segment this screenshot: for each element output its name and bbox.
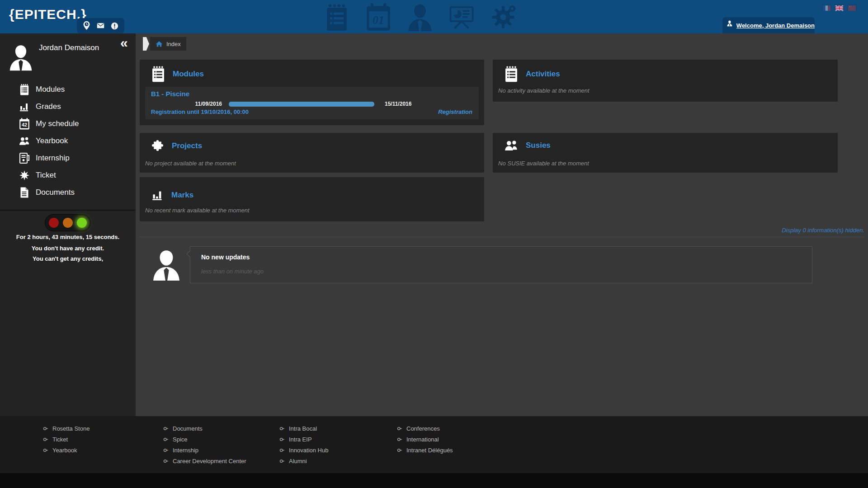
sidebar-item-ticket[interactable]: Ticket — [0, 167, 136, 184]
footer-column-4: Conferences International Intranet Délég… — [397, 423, 453, 455]
module-item: B1 - Piscine 11/09/2016 15/11/2016 Regis… — [145, 87, 479, 119]
footer-link-intra-bocal[interactable]: Intra Bocal — [279, 423, 328, 434]
sidebar-item-label: Documents — [36, 188, 75, 197]
footer: Rosetta Stone Ticket Yearbook Documents … — [0, 416, 868, 473]
bottom-strip — [0, 473, 868, 488]
projects-card: Projects No project available at the mom… — [140, 133, 484, 173]
notepad-icon — [19, 84, 30, 95]
footer-link-documents[interactable]: Documents — [163, 423, 246, 434]
language-flags — [823, 5, 856, 10]
marks-empty-text: No recent mark available at the moment — [145, 207, 250, 214]
registration-deadline: Registration until 19/10/2016, 00:00 — [151, 108, 249, 115]
netsoul-traffic-light — [45, 214, 91, 231]
french-flag-icon[interactable] — [823, 5, 830, 10]
modules-card: Modules B1 - Piscine 11/09/2016 15/11/20… — [140, 60, 484, 125]
marks-card-title[interactable]: Marks — [171, 191, 193, 200]
epitech-logo[interactable]: {EPITECH.} — [9, 7, 87, 22]
footer-link-label: Intranet Délégués — [406, 447, 453, 454]
footer-link-international[interactable]: International — [397, 434, 453, 445]
footer-link-label: International — [406, 436, 439, 443]
footer-link-innovation-hub[interactable]: Innovation Hub — [279, 445, 328, 455]
footer-link-label: Intra EIP — [289, 436, 312, 443]
link-bullet-icon — [163, 448, 169, 452]
footer-column-3: Intra Bocal Intra EIP Innovation Hub Alu… — [279, 423, 328, 466]
red-light — [49, 218, 59, 228]
sidebar-item-documents[interactable]: Documents — [0, 184, 136, 201]
nav-modules-icon[interactable] — [324, 3, 350, 31]
footer-link-label: Ticket — [52, 436, 68, 443]
nav-schedule-icon[interactable]: 01 — [365, 3, 392, 31]
projects-card-title[interactable]: Projects — [172, 141, 202, 150]
module-end-date: 15/11/2016 — [385, 101, 411, 107]
sidebar-item-modules[interactable]: Modules — [0, 81, 136, 98]
footer-link-label: Internship — [173, 447, 198, 454]
alert-icon[interactable] — [111, 21, 118, 30]
breadcrumb-home[interactable]: Index — [150, 37, 186, 51]
footer-link-career-development-center[interactable]: Career Development Center — [163, 455, 246, 466]
green-light — [77, 218, 87, 228]
feed-timestamp: less than on minute ago — [201, 268, 264, 275]
registration-link[interactable]: Registration — [438, 108, 472, 115]
link-bullet-icon — [397, 437, 403, 441]
footer-link-intranet-delegues[interactable]: Intranet Délégués — [397, 445, 453, 455]
modules-card-title[interactable]: Modules — [173, 70, 204, 79]
people-icon — [505, 140, 518, 151]
link-bullet-icon — [279, 437, 285, 441]
people-icon — [19, 135, 30, 147]
svg-text:42: 42 — [22, 122, 27, 127]
nav-presentation-icon[interactable] — [448, 3, 475, 31]
projects-empty-text: No project available at the moment — [145, 160, 236, 167]
feed-avatar — [152, 247, 180, 282]
chinese-flag-icon[interactable] — [848, 5, 856, 10]
activities-empty-text: No activity available at the moment — [498, 87, 590, 94]
link-bullet-icon — [43, 448, 49, 452]
sidebar-collapse-button[interactable]: « — [120, 35, 128, 51]
susies-card-title[interactable]: Susies — [526, 141, 551, 150]
link-bullet-icon — [163, 459, 169, 463]
english-flag-icon[interactable] — [835, 5, 843, 10]
footer-link-label: Spice — [173, 436, 188, 443]
epitech-intranet-page: {EPITECH.} 01 — [0, 0, 868, 488]
module-progress-elapsed — [229, 102, 273, 107]
footer-link-label: Yearbook — [52, 447, 77, 454]
susies-card: Susies No SUSIE available at the moment — [493, 133, 838, 173]
feed-title: No new updates — [201, 253, 250, 261]
activities-card: Activities No activity available at the … — [493, 60, 838, 102]
location-clock-pin-icon[interactable] — [83, 21, 90, 30]
sidebar-item-internship[interactable]: Internship — [0, 150, 136, 167]
mail-icon[interactable] — [97, 21, 104, 30]
topbar-nav: 01 — [324, 3, 516, 31]
credit-text-2: You can't get any credits, — [0, 255, 136, 262]
link-bullet-icon — [163, 437, 169, 441]
footer-link-rosetta-stone[interactable]: Rosetta Stone — [43, 423, 90, 434]
breadcrumb[interactable]: Index — [143, 37, 186, 51]
sidebar-item-grades[interactable]: Grades — [0, 98, 136, 115]
nav-profile-icon[interactable] — [407, 3, 433, 31]
footer-link-conferences[interactable]: Conferences — [397, 423, 453, 434]
footer-link-intra-eip[interactable]: Intra EIP — [279, 434, 328, 445]
footer-link-spice[interactable]: Spice — [163, 434, 246, 445]
footer-link-internship[interactable]: Internship — [163, 445, 246, 455]
footer-link-label: Innovation Hub — [289, 447, 328, 454]
sidebar-item-yearbook[interactable]: Yearbook — [0, 132, 136, 150]
activities-card-title[interactable]: Activities — [526, 70, 560, 79]
welcome-user-badge[interactable]: Welcome, Jordan Demaison — [722, 17, 815, 33]
module-name-link[interactable]: B1 - Piscine — [151, 90, 189, 98]
breadcrumb-tab — [143, 37, 149, 51]
nav-settings-icon[interactable] — [490, 3, 516, 31]
notepad-icon — [505, 66, 518, 82]
footer-link-yearbook[interactable]: Yearbook — [43, 445, 90, 455]
topbar: {EPITECH.} 01 — [0, 0, 868, 33]
orange-light — [63, 218, 73, 228]
footer-link-ticket[interactable]: Ticket — [43, 434, 90, 445]
sidebar-item-my-schedule[interactable]: 42 My schedule — [0, 115, 136, 132]
display-hidden-info-link[interactable]: Display 0 information(s) hidden. — [140, 227, 864, 234]
marks-card: Marks No recent mark available at the mo… — [140, 177, 484, 221]
footer-link-alumni[interactable]: Alumni — [279, 455, 328, 466]
footer-link-label: Rosetta Stone — [52, 425, 90, 432]
document-icon — [19, 187, 30, 198]
sidebar-item-label: Internship — [36, 154, 70, 163]
status-icon-strip — [77, 18, 124, 33]
footer-link-label: Conferences — [406, 425, 440, 432]
bar-chart-icon — [19, 101, 30, 113]
